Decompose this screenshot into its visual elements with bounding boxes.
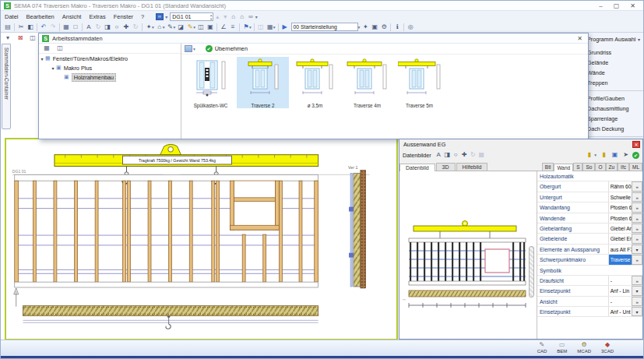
- preview-zoom-slider[interactable]: [529, 246, 534, 297]
- menu-fenster[interactable]: Fenster: [110, 12, 137, 21]
- sidebar-item-dach-deckung[interactable]: Dach Deckung: [582, 124, 643, 134]
- pick-icon[interactable]: ➤: [621, 150, 630, 160]
- browse-button[interactable]: »: [632, 213, 642, 223]
- sidebar-item-sparrenlage[interactable]: Sparrenlage: [582, 114, 643, 124]
- caret-icon[interactable]: ▾: [249, 25, 252, 30]
- property-row-elemente-aussparung[interactable]: Elemente an Aussparung aus Alt F7 ▾: [537, 245, 642, 255]
- package-icon[interactable]: ▣: [370, 23, 379, 32]
- ptab-wand[interactable]: Wand: [554, 164, 573, 171]
- undo-icon[interactable]: ↶: [39, 23, 48, 32]
- material-caret-icon[interactable]: ▾: [594, 153, 596, 157]
- catalog-item-traverse2[interactable]: Traverse 2: [237, 57, 289, 108]
- tab-datenbild[interactable]: Datenbild: [399, 164, 435, 171]
- browse-button[interactable]: »: [632, 234, 642, 243]
- tree-node-root[interactable]: ▾ ▦ Fenster/Türen/Makros/Elektro: [39, 54, 181, 63]
- menu-bearbeiten[interactable]: Bearbeiten: [23, 12, 58, 21]
- 3d-box-icon[interactable]: ◪: [176, 23, 185, 32]
- tree-filter-icon[interactable]: ◫: [55, 44, 65, 53]
- mode-3cad[interactable]: ◆ 3CAD: [601, 341, 614, 354]
- cut-icon[interactable]: ✂: [16, 23, 26, 32]
- property-row-draufsicht[interactable]: Draufsicht - »: [537, 276, 642, 286]
- resize-handle-icon[interactable]: ↔: [402, 297, 406, 301]
- property-row-einsetzpunkt-1[interactable]: Einsetzpunkt Anf - Lin ▾: [537, 286, 642, 296]
- link-views-icon[interactable]: ∞: [248, 13, 253, 20]
- preset-caret-icon[interactable]: ▾: [358, 25, 361, 30]
- zoom-icon[interactable]: ○: [112, 23, 121, 32]
- browse-button[interactable]: »: [632, 297, 642, 306]
- close-button[interactable]: ✕: [630, 2, 635, 9]
- menu-extras[interactable]: Extras: [85, 12, 109, 21]
- material2-icon[interactable]: ▮: [600, 150, 608, 160]
- ptab-s[interactable]: S: [573, 163, 582, 171]
- storey-home2-icon[interactable]: ⌂: [240, 13, 244, 20]
- confirm-check-icon[interactable]: ✔: [632, 152, 639, 159]
- sidebar-item-grundriss[interactable]: Grundriss: [582, 48, 643, 58]
- browse-button[interactable]: »: [632, 192, 642, 202]
- catalog-item-3-5m[interactable]: ø 3,5m: [289, 57, 341, 108]
- tree-collapse-icon[interactable]: ▦: [42, 44, 51, 53]
- columns-icon[interactable]: ◫: [28, 33, 37, 43]
- caret-icon[interactable]: ▾: [163, 25, 165, 30]
- refresh-icon[interactable]: ↻: [93, 23, 103, 32]
- property-row-einsetzpunkt-2[interactable]: Einsetzpunkt Anf - Unt ▾: [537, 307, 642, 317]
- ptab-zu[interactable]: Zu: [606, 163, 618, 171]
- apply-check-icon[interactable]: ✔: [206, 45, 213, 52]
- tree-node-makro-plus[interactable]: ▾ ▣ Makro Plus: [39, 63, 181, 72]
- print-icon[interactable]: ▦: [62, 23, 71, 32]
- ptab-ml[interactable]: ML: [629, 163, 642, 171]
- property-row-ansicht[interactable]: Ansicht - »: [537, 297, 642, 307]
- caret-icon[interactable]: ▾: [174, 25, 176, 30]
- ptab-o[interactable]: O: [595, 163, 605, 171]
- view-select-input[interactable]: DG1 01 ▴▾: [170, 12, 213, 21]
- browse-button[interactable]: »: [632, 202, 642, 212]
- update-icon[interactable]: ✦: [361, 23, 370, 32]
- browse-button[interactable]: »: [632, 255, 642, 264]
- ptab-ifc[interactable]: Ifc: [618, 163, 629, 171]
- open-icon[interactable]: ▤: [3, 23, 12, 32]
- rotate-image-icon[interactable]: ↻: [469, 150, 477, 160]
- caret-icon[interactable]: ▾: [193, 25, 195, 30]
- length-measure-icon[interactable]: ≡: [228, 23, 238, 32]
- property-row-giebelanfang[interactable]: Giebelanfang Giebel Anfan... »: [537, 223, 642, 234]
- eraser-icon[interactable]: ◫: [196, 23, 206, 32]
- find-image-icon[interactable]: A: [435, 150, 443, 160]
- maximize-button[interactable]: ▢: [614, 2, 620, 9]
- remove-table-icon[interactable]: ⊠: [16, 33, 25, 43]
- property-row-schwerpunktmakro[interactable]: Schwerpunktmakro Traverse 2m »: [537, 255, 642, 265]
- preview-icon[interactable]: ◨: [103, 23, 112, 32]
- catalog-item-traverse4m[interactable]: Traverse 4m: [341, 57, 393, 108]
- layout-icon[interactable]: ◫: [256, 23, 266, 32]
- view-mode-caret-icon[interactable]: ▾: [193, 47, 195, 51]
- save-icon[interactable]: ▣: [611, 150, 619, 160]
- start-settings-icon[interactable]: ▶: [280, 23, 290, 32]
- tree-node-holzrahmenbau[interactable]: ▣ Holzrahmenbau: [39, 72, 181, 82]
- tab-hilfebild[interactable]: Hilfebild: [456, 163, 488, 171]
- zoom-image-icon[interactable]: ○: [452, 150, 460, 160]
- copy-icon[interactable]: ◧: [26, 23, 35, 32]
- menu-ansicht[interactable]: Ansicht: [58, 12, 86, 21]
- catalog-item-spuelkasten[interactable]: Spülkasten-WC: [185, 57, 237, 108]
- ptab-btl[interactable]: Btl: [542, 163, 554, 171]
- find-icon[interactable]: A: [84, 23, 93, 32]
- minimize-button[interactable]: –: [599, 2, 602, 9]
- property-row-wandende[interactable]: Wandende Pfosten 60m... »: [537, 213, 642, 223]
- caret-icon[interactable]: ▾: [39, 56, 45, 62]
- property-row-wandanfang[interactable]: Wandanfang Pfosten 60m... »: [537, 202, 642, 213]
- binoculars-icon[interactable]: ◎: [406, 23, 415, 32]
- view-spinner[interactable]: ▴▾: [210, 13, 212, 21]
- sidebar-item-waende[interactable]: Wände: [582, 68, 643, 78]
- new-document-icon[interactable]: □: [71, 23, 80, 32]
- sidebar-item-dachausmittlung[interactable]: Dachausmittlung: [582, 104, 643, 114]
- mode-cad[interactable]: ✎ CAD: [537, 341, 547, 354]
- pan-image-icon[interactable]: ✚: [460, 150, 469, 160]
- building-selector-caret-icon[interactable]: ▾: [165, 14, 167, 19]
- print-image-icon[interactable]: ▦: [477, 150, 486, 160]
- view-mode-icon[interactable]: [185, 45, 192, 52]
- tab-3d[interactable]: 3D: [436, 163, 456, 171]
- building-selector-icon[interactable]: [156, 13, 164, 20]
- apply-button[interactable]: Übernehmen: [215, 45, 248, 52]
- dropdown-button[interactable]: ▾: [632, 286, 642, 295]
- settings-gear-icon[interactable]: ⚙: [379, 23, 389, 32]
- rotate-view-icon[interactable]: ↻: [131, 23, 140, 32]
- caret-icon[interactable]: ▾: [273, 25, 276, 30]
